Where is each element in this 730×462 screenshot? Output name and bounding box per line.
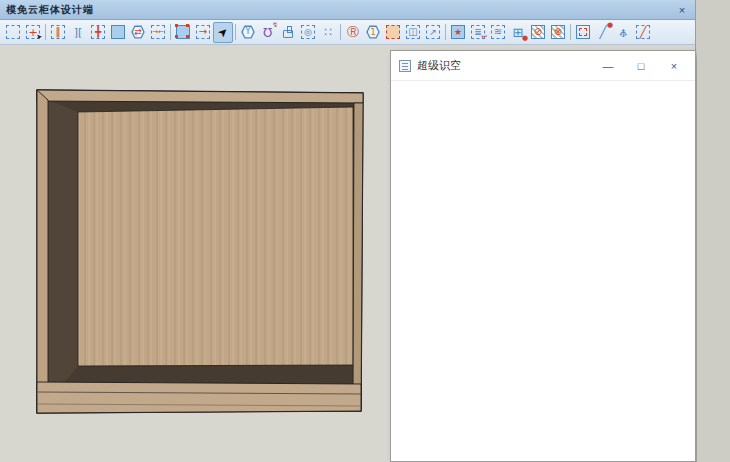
marquee-cross-cursor-button[interactable]: +➤ [23,22,43,43]
star-cursor-glyph: ★ [454,28,462,37]
broom-button[interactable]: ♆ [613,22,633,43]
dots-cluster-icon: ∷ [321,25,335,39]
dialog-body [391,82,695,461]
hatch-block-icon: ⊘ [531,25,545,39]
hexagon-swap-button[interactable]: ⇄ [128,22,148,43]
diagonal-measure-overlay-glyph: ● [607,22,613,29]
grid-clock-button[interactable]: ⊞● [508,22,528,43]
hexagon-one-button[interactable]: 1 [363,22,383,43]
box-arrow-right-button[interactable]: → [193,22,213,43]
curtain-wave-button[interactable]: ≋ [488,22,508,43]
toolbar-separator [340,24,341,40]
split-panels-glyph: ‖ [56,27,61,37]
clipboard-arrow-button[interactable]: ≣↩ [468,22,488,43]
box-columns-icon: ◫ [406,25,420,39]
diagonal-measure-glyph: ╱ [599,26,606,38]
hatch-cross-glyph: ⊗ [554,27,562,37]
maximize-icon[interactable]: □ [628,55,654,77]
dialog-title: 超级识空 [417,58,461,73]
marquee-cross-cursor-icon: +➤ [26,25,40,39]
edge-brackets-glyph: ][ [74,27,83,38]
red-slash-box-button[interactable]: ╱ [633,22,653,43]
hexagon-one-glyph: 1 [370,28,376,37]
select-cursor-glyph: ➤ [215,24,231,40]
close-icon[interactable]: × [661,55,687,77]
hatch-cross-button[interactable]: ⊗ [548,22,568,43]
cube-3d-axes-glyph: Y [246,28,251,36]
edge-brackets-button[interactable]: ][ [68,22,88,43]
dots-cluster-glyph: ∷ [324,26,332,38]
filled-box-icon [111,25,125,39]
paint-brush-icon [281,25,295,39]
dialog-window: 超级识空 — □ × [390,50,696,462]
box-columns-glyph: ◫ [408,27,417,37]
box-columns-button[interactable]: ◫ [403,22,423,43]
curtain-wave-icon: ≋ [491,25,505,39]
magnet-lightning-overlay-glyph: ↯ [272,22,278,29]
select-cursor-button[interactable]: ➤ [213,22,233,43]
box-arrow-right-icon: → [196,25,210,39]
box-magnifier-icon: ◎ [301,25,315,39]
clipboard-arrow-icon: ≣↩ [471,25,485,39]
solid-box-corners-icon [176,25,190,39]
cube-3d-axes-icon: Y [241,25,255,39]
grid-four-boxes-glyph: ╋ [95,27,101,37]
clipboard-arrow-overlay-glyph: ↩ [481,34,487,41]
app-title: 模免云柜体设计端 [6,3,94,17]
red-dashed-box-icon [386,25,400,39]
box-arrow-right-glyph: → [199,27,207,37]
curtain-wave-glyph: ≋ [494,27,502,37]
broom-glyph: ♆ [618,27,628,38]
marquee-box-icon [6,25,20,39]
minimize-icon[interactable]: — [595,55,621,77]
star-cursor-button[interactable]: ★ [448,22,468,43]
merge-arrows-icon: →← [151,25,165,39]
select-cursor-icon: ➤ [216,25,230,39]
hatch-block-glyph: ⊘ [534,27,542,37]
diagonal-resize-glyph: ↗ [429,28,437,37]
red-slash-box-glyph: ╱ [640,27,647,38]
toolbar-separator [445,24,446,40]
desktop-background [697,0,730,462]
dialog-titlebar[interactable]: 超级识空 — □ × [391,51,695,81]
marquee-box-button[interactable] [3,22,23,43]
dots-cluster-button[interactable]: ∷ [318,22,338,43]
filled-box-button[interactable] [108,22,128,43]
red-dashed-box-button[interactable] [383,22,403,43]
hatch-cross-icon: ⊗ [551,25,565,39]
app-close-icon[interactable]: × [675,3,689,17]
diagonal-resize-icon: ↗ [426,25,440,39]
merge-arrows-button[interactable]: →← [148,22,168,43]
hatch-block-button[interactable]: ⊘ [528,22,548,43]
toolbar-separator [235,24,236,40]
grid-four-boxes-button[interactable]: ╋ [88,22,108,43]
hexagon-one-icon: 1 [366,25,380,39]
hexagon-swap-icon: ⇄ [131,25,145,39]
magnet-lightning-button[interactable]: Ω↯ [258,22,278,43]
toolbar-separator [170,24,171,40]
grid-clock-icon: ⊞● [511,25,525,39]
box-magnifier-glyph: ◎ [304,28,312,37]
cube-3d-axes-button[interactable]: Y [238,22,258,43]
star-cursor-icon: ★ [451,25,465,39]
box-magnifier-button[interactable]: ◎ [298,22,318,43]
circle-r-button[interactable]: Ⓡ [343,22,363,43]
solid-box-corners-button[interactable] [173,22,193,43]
cabinet-model [28,84,368,418]
red-slash-box-icon: ╱ [636,25,650,39]
magnet-lightning-icon: Ω↯ [261,25,275,39]
split-panels-icon: ‖ [51,25,65,39]
split-panels-button[interactable]: ‖ [48,22,68,43]
inner-frame-button[interactable] [573,22,593,43]
paint-brush-button[interactable] [278,22,298,43]
hexagon-swap-glyph: ⇄ [134,28,142,37]
merge-arrows-glyph: →← [152,29,164,36]
app-titlebar: 模免云柜体设计端 × [0,0,695,20]
inner-frame-icon [576,25,590,39]
diagonal-measure-icon: ╱● [596,25,610,39]
diagonal-measure-button[interactable]: ╱● [593,22,613,43]
diagonal-resize-button[interactable]: ↗ [423,22,443,43]
edge-brackets-icon: ][ [71,25,85,39]
toolbar: +➤‖][╋⇄→←→➤YΩ↯◎∷Ⓡ1◫↗★≣↩≋⊞●⊘⊗╱●♆╱ [0,20,695,45]
circle-r-glyph: Ⓡ [347,26,359,38]
